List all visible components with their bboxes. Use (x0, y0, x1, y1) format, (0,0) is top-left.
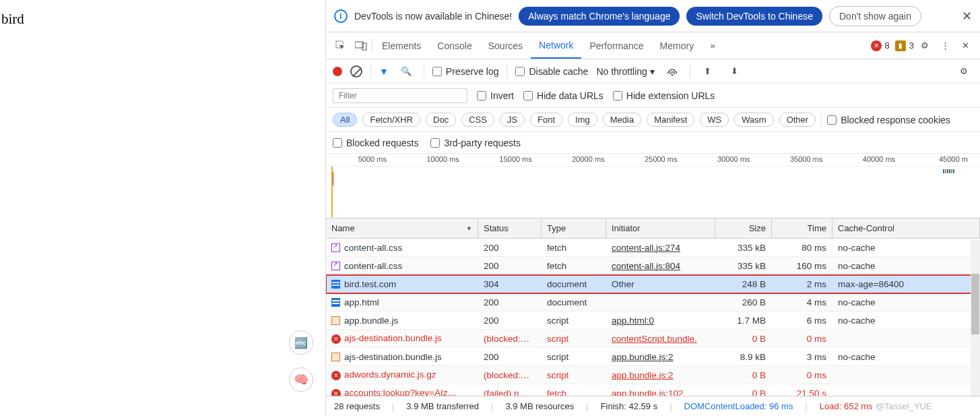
cell-initiator[interactable]: Other (606, 276, 715, 292)
request-row[interactable]: ✕accounts:lookup?key=AIz…(failed) n…fetc… (326, 384, 980, 396)
cell-initiator[interactable]: app.bundle.js:102 (606, 386, 715, 396)
cell-initiator[interactable]: content-all.js:274 (606, 240, 715, 256)
filter-toggle-icon[interactable]: ▼ (379, 66, 389, 77)
request-row[interactable]: bird.test.com304documentOther248 B2 msma… (326, 275, 980, 293)
invert-checkbox[interactable]: Invert (477, 90, 514, 101)
banner-message: DevTools is now available in Chinese! (354, 11, 512, 22)
tab-performance[interactable]: Performance (581, 32, 651, 59)
error-badge-icon[interactable]: ✕ (871, 40, 882, 51)
always-match-button[interactable]: Always match Chrome's language (519, 7, 680, 26)
cell-time: 4 ms (772, 295, 832, 310)
inspect-icon[interactable] (331, 36, 350, 55)
tab-memory[interactable]: Memory (652, 32, 703, 59)
clear-button[interactable] (350, 65, 362, 78)
filter-input[interactable] (333, 88, 467, 103)
col-time[interactable]: Time (772, 218, 832, 238)
filter-pill-media[interactable]: Media (603, 113, 641, 127)
cell-initiator[interactable]: app.html:0 (606, 313, 715, 328)
filter-pill-css[interactable]: CSS (461, 113, 494, 127)
requests-table: Name Status Type Initiator Size Time Cac… (326, 218, 980, 396)
cell-size: 248 B (715, 276, 772, 292)
error-icon: ✕ (331, 334, 341, 344)
tab-network[interactable]: Network (531, 32, 581, 59)
filter-pill-js[interactable]: JS (500, 113, 525, 127)
network-conditions-icon[interactable] (663, 62, 682, 81)
scrollbar-thumb[interactable] (971, 274, 979, 334)
filter-pill-other[interactable]: Other (779, 113, 816, 127)
dont-show-button[interactable]: Don't show again (829, 6, 921, 26)
timeline-tick: 20000 ms (544, 155, 617, 166)
col-type[interactable]: Type (542, 218, 606, 238)
network-settings-icon[interactable]: ⚙ (954, 62, 973, 81)
timeline-end-markers (943, 169, 954, 173)
filter-pill-ws[interactable]: WS (700, 113, 729, 127)
filter-pill-all[interactable]: All (333, 113, 357, 127)
js-file-icon (331, 353, 340, 361)
cell-status: (failed) n… (478, 386, 542, 396)
cell-status: 200 (478, 313, 542, 328)
close-banner-icon[interactable]: ✕ (962, 9, 972, 24)
cell-size: 335 kB (715, 258, 772, 274)
request-row[interactable]: app.html200document260 B4 msno-cache (326, 293, 980, 311)
cell-name: ✕accounts:lookup?key=AIz… (326, 385, 478, 396)
devtools-tabs: ElementsConsoleSourcesNetworkPerformance… (326, 32, 980, 59)
request-row[interactable]: ✕adwords.dynamic.js.gz(blocked:…scriptap… (326, 366, 980, 384)
blocked-requests-checkbox[interactable]: Blocked requests (333, 138, 418, 148)
tab-console[interactable]: Console (429, 32, 480, 59)
request-row[interactable]: content-all.css200fetchcontent-all.js:27… (326, 239, 980, 257)
third-party-checkbox[interactable]: 3rd-party requests (430, 138, 521, 148)
watermark: @Tassel_YUE (876, 401, 932, 411)
kebab-icon[interactable]: ⋮ (936, 36, 954, 55)
throttling-select[interactable]: No throttling▾ (596, 66, 654, 77)
device-icon[interactable] (352, 36, 370, 55)
col-size[interactable]: Size (715, 218, 772, 238)
col-cache[interactable]: Cache-Control (832, 218, 980, 238)
close-devtools-icon[interactable]: ✕ (956, 36, 975, 55)
filter-pill-manifest[interactable]: Manifest (647, 113, 694, 127)
cell-initiator[interactable]: contentScript.bundle. (606, 331, 715, 347)
col-status[interactable]: Status (478, 218, 542, 238)
warning-badge-icon[interactable]: ▮ (895, 40, 906, 51)
import-icon[interactable]: ⬆ (698, 62, 717, 81)
cell-initiator[interactable]: content-all.js:804 (606, 258, 715, 274)
document-file-icon (331, 298, 340, 307)
request-row[interactable]: ajs-destination.bundle.js200scriptapp.bu… (326, 348, 980, 366)
scrollbar[interactable] (971, 240, 980, 396)
filter-pill-wasm[interactable]: Wasm (734, 113, 773, 127)
search-icon[interactable]: 🔍 (397, 62, 416, 81)
type-filter-row: AllFetch/XHRDocCSSJSFontImgMediaManifest… (326, 108, 980, 132)
document-file-icon (331, 280, 340, 289)
cell-size: 0 B (715, 386, 772, 396)
cell-time: 21.50 s (772, 386, 832, 396)
tab-elements[interactable]: Elements (374, 32, 429, 59)
blocked-cookies-checkbox[interactable]: Blocked response cookies (827, 115, 950, 125)
filter-row-2: Blocked requests 3rd-party requests (326, 132, 980, 154)
translate-button[interactable]: 🔤 (289, 330, 313, 355)
switch-chinese-button[interactable]: Switch DevTools to Chinese (686, 7, 822, 26)
request-row[interactable]: app.bundle.js200scriptapp.html:01.7 MB6 … (326, 311, 980, 330)
hide-data-urls-checkbox[interactable]: Hide data URLs (523, 90, 603, 101)
cell-initiator[interactable]: app.bundle.js:2 (606, 349, 715, 365)
assistant-button[interactable]: 🧠 (289, 367, 313, 392)
filter-pill-img[interactable]: Img (568, 113, 597, 127)
settings-icon[interactable]: ⚙ (915, 36, 934, 55)
more-tabs-icon[interactable]: » (703, 36, 722, 55)
filter-pill-font[interactable]: Font (530, 113, 562, 127)
filter-pill-fetchxhr[interactable]: Fetch/XHR (362, 113, 420, 127)
request-row[interactable]: content-all.css200fetchcontent-all.js:80… (326, 257, 980, 275)
hide-extension-urls-checkbox[interactable]: Hide extension URLs (613, 90, 715, 101)
request-row[interactable]: ✕ajs-destination.bundle.js(blocked:…scri… (326, 330, 980, 348)
col-initiator[interactable]: Initiator (606, 218, 715, 238)
cell-type: script (542, 367, 606, 383)
preserve-log-checkbox[interactable]: Preserve log (432, 66, 499, 77)
export-icon[interactable]: ⬇ (725, 62, 744, 81)
cell-name: bird.test.com (326, 276, 478, 292)
timeline-tick: 25000 ms (617, 155, 690, 166)
col-name[interactable]: Name (326, 218, 478, 238)
timeline-overview[interactable]: 5000 ms10000 ms15000 ms20000 ms25000 ms3… (326, 154, 980, 218)
record-button[interactable] (333, 67, 342, 76)
disable-cache-checkbox[interactable]: Disable cache (515, 66, 588, 77)
filter-pill-doc[interactable]: Doc (426, 113, 456, 127)
cell-initiator[interactable]: app.bundle.js:2 (606, 367, 715, 383)
tab-sources[interactable]: Sources (480, 32, 531, 59)
